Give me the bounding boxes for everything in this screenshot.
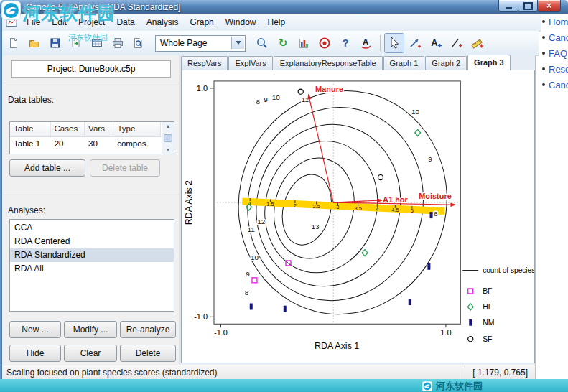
reanalyze-button[interactable]: Re-analyze	[120, 321, 176, 338]
link-resources[interactable]: Resour	[536, 61, 568, 77]
x-axis-title: RDA Axis 1	[315, 341, 359, 351]
analysis-item-rda-all[interactable]: RDA All	[10, 262, 174, 276]
export-data-button[interactable]	[66, 33, 86, 53]
print-preview-button[interactable]	[129, 33, 149, 53]
delete-analysis-button[interactable]: Delete	[120, 345, 176, 362]
svg-text:↻: ↻	[279, 37, 288, 49]
menu-edit[interactable]: Edit	[46, 15, 73, 29]
scroll-down-icon[interactable]: ▼	[166, 146, 171, 153]
new-project-button[interactable]	[4, 33, 24, 53]
chevron-down-icon[interactable]	[231, 37, 244, 49]
select-cursor-button[interactable]	[384, 33, 404, 53]
menu-project[interactable]: Project	[73, 15, 111, 29]
minimize-button[interactable]	[498, 0, 518, 12]
table-scrollbar[interactable]: ▲ ▼	[162, 122, 174, 154]
column-header-type[interactable]: Type	[113, 122, 161, 136]
column-header-cases[interactable]: Cases	[51, 122, 85, 136]
link-faq[interactable]: FAQ	[536, 45, 568, 61]
menu-bar: File Edit Project Data Analysis Graph Wi…	[0, 14, 541, 32]
add-arrow-button[interactable]	[405, 33, 425, 53]
format-text-button[interactable]: A	[356, 33, 376, 53]
svg-text:9: 9	[428, 155, 432, 163]
watermark-logo-icon	[422, 381, 432, 391]
target-icon	[318, 37, 331, 50]
help-button[interactable]: ?	[335, 33, 355, 53]
svg-text:4: 4	[376, 206, 378, 213]
table-row[interactable]: Table 1 20 30 compos.	[10, 137, 161, 151]
clear-button[interactable]: Clear	[64, 345, 117, 362]
toolbar: Whole Page ↻ ? A A	[0, 31, 539, 56]
menu-data[interactable]: Data	[111, 15, 140, 29]
target-button[interactable]	[315, 33, 335, 53]
link-canoco-1[interactable]: Canoco	[536, 29, 568, 45]
analysis-item-cca[interactable]: CCA	[10, 221, 174, 235]
bullet-icon	[542, 67, 545, 70]
status-coordinates: [ 1.179, 0.765]	[465, 365, 535, 380]
arrow-label-manure: Manure	[315, 85, 343, 93]
bullet-icon	[542, 36, 545, 39]
tab-graph-3[interactable]: Graph 3	[467, 55, 511, 70]
column-header-table[interactable]: Table	[10, 122, 51, 136]
analysis-item-rda-standardized[interactable]: RDA Standardized	[10, 248, 174, 262]
web-links-panel: Home Canoco FAQ Resour Canoco	[535, 14, 568, 379]
svg-text:BF: BF	[483, 287, 492, 295]
data-table-button[interactable]	[87, 33, 107, 53]
export-data-icon	[70, 37, 83, 50]
menu-window[interactable]: Window	[220, 15, 262, 29]
svg-text:10: 10	[251, 253, 259, 261]
svg-text:?: ?	[343, 37, 349, 49]
menu-analysis[interactable]: Analysis	[141, 15, 185, 29]
svg-text:10: 10	[411, 108, 420, 116]
watermark-bottom: 河东软件园	[422, 380, 483, 392]
cell-vars: 30	[85, 137, 113, 151]
save-project-button[interactable]	[45, 33, 65, 53]
open-project-icon	[28, 37, 41, 50]
menu-graph[interactable]: Graph	[184, 15, 219, 29]
add-line-button[interactable]	[447, 33, 467, 53]
svg-text:8: 8	[434, 210, 438, 218]
link-canoco-2[interactable]: Canoco	[536, 77, 568, 93]
title-bar[interactable]: C Canoco 5 - [Analysis RDA Standardized]…	[0, 0, 568, 14]
zoom-button[interactable]	[252, 33, 272, 53]
menu-help[interactable]: Help	[261, 15, 291, 29]
app-icon: C	[4, 1, 15, 12]
delete-table-button: Delete table	[90, 159, 160, 177]
menu-file[interactable]: File	[21, 15, 46, 29]
modify-analysis-button[interactable]: Modify ...	[64, 321, 117, 338]
add-ruler-button[interactable]	[467, 33, 488, 53]
svg-text:NM: NM	[483, 319, 494, 327]
add-text-icon: A	[429, 37, 442, 50]
close-button[interactable]: ×	[537, 0, 561, 12]
svg-text:3.5: 3.5	[354, 205, 361, 212]
format-text-icon: A	[360, 37, 373, 50]
column-header-vars[interactable]: Vars	[85, 122, 113, 136]
open-project-button[interactable]	[24, 33, 45, 53]
scrollbar-thumb[interactable]	[164, 134, 172, 142]
add-text-button[interactable]: A	[426, 33, 446, 53]
add-table-button[interactable]: Add table ...	[9, 159, 85, 177]
graph-canvas[interactable]: 11.522.533.544.5589101110981211131098Man…	[181, 70, 535, 363]
svg-text:A: A	[431, 37, 438, 48]
zoom-level-combo[interactable]: Whole Page	[155, 35, 246, 52]
print-button[interactable]	[108, 33, 128, 53]
analysis-item-rda-centered[interactable]: RDA Centered	[10, 235, 174, 248]
tab-respvars[interactable]: RespVars	[181, 56, 228, 70]
tab-graph-1[interactable]: Graph 1	[383, 56, 425, 70]
minimize-icon	[506, 7, 512, 9]
svg-text:1.5: 1.5	[266, 201, 274, 207]
svg-text:8: 8	[256, 98, 260, 106]
new-analysis-button[interactable]: New ...	[9, 321, 61, 338]
tab-explanatory-response-table[interactable]: ExplanatoryResponseTable	[274, 56, 383, 70]
hide-button[interactable]: Hide	[9, 345, 61, 362]
graph-options-button[interactable]	[294, 33, 314, 53]
scroll-up-icon[interactable]: ▲	[166, 123, 171, 129]
project-button[interactable]: Project: DuneBook.c5p	[11, 60, 171, 78]
maximize-button[interactable]	[518, 0, 538, 12]
graph-options-icon	[297, 37, 310, 50]
tab-explvars[interactable]: ExplVars	[228, 56, 272, 70]
child-window-icon	[6, 17, 17, 28]
tab-graph-2[interactable]: Graph 2	[425, 56, 467, 70]
main-content: Project: DuneBook.c5p Data tables: Table…	[0, 55, 535, 365]
refresh-button[interactable]: ↻	[273, 33, 293, 53]
watermark-bottom-bar: 河东软件园	[0, 379, 568, 392]
